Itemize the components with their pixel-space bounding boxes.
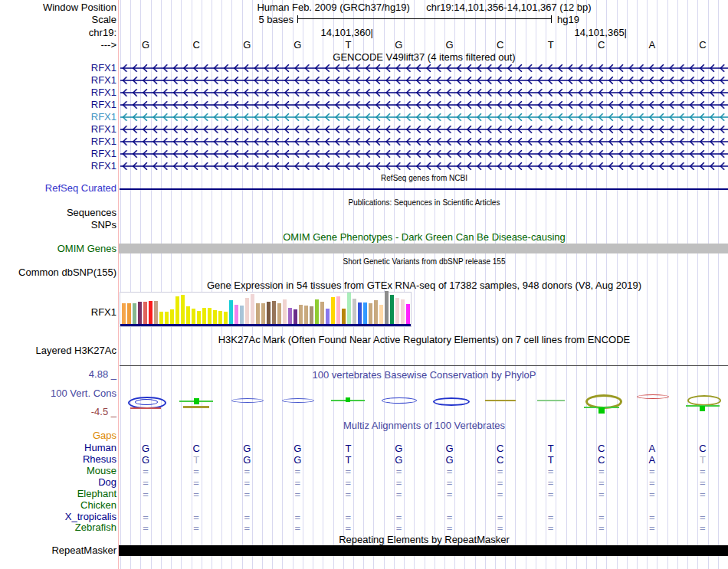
gtex-tissue-bar <box>154 301 158 324</box>
species-label[interactable]: Zebrafish <box>0 522 116 533</box>
alignment-cell: G <box>373 443 424 454</box>
transcript-row[interactable] <box>120 62 728 74</box>
species-label[interactable]: Mouse <box>0 466 116 476</box>
alignment-cell: = <box>627 512 677 523</box>
phylop-label[interactable]: 100 Vert. Cons <box>0 388 116 399</box>
conservation-mark <box>700 406 705 411</box>
scale-bar <box>297 15 552 23</box>
omim-genes-label[interactable]: OMIM Genes <box>0 244 116 254</box>
alignment-cell: = <box>475 466 526 477</box>
conservation-mark <box>194 398 199 404</box>
alignment-cell <box>677 500 728 512</box>
alignment-cell: = <box>272 522 323 534</box>
gtex-tissue-bar <box>331 297 335 324</box>
transcript-line <box>120 87 728 99</box>
gtex-expression-plot[interactable] <box>120 292 412 327</box>
species-label[interactable]: Elephant <box>0 489 116 499</box>
conservation-mark <box>598 407 605 414</box>
alignment-cell: = <box>475 477 526 489</box>
transcript-label[interactable]: RFX1 <box>0 136 116 147</box>
transcript-row[interactable] <box>120 74 728 87</box>
alignment-cell: = <box>171 512 221 523</box>
alignment-row[interactable]: ============ <box>120 466 728 477</box>
transcript-row[interactable] <box>120 148 728 160</box>
transcript-row[interactable] <box>120 160 728 172</box>
gtex-tissue-bar <box>229 300 233 324</box>
species-label[interactable]: Human <box>0 443 116 453</box>
gencode-transcripts[interactable]: RFX1RFX1RFX1RFX1RFX1RFX1RFX1RFX1RFX1 <box>0 62 728 174</box>
publications-snps-label[interactable]: SNPs <box>0 220 116 231</box>
transcript-label[interactable]: RFX1 <box>0 75 116 86</box>
transcript-row[interactable] <box>120 136 728 148</box>
dna-sequence-row[interactable]: GCGGTGGCTCAC <box>120 40 728 51</box>
dbsnp-label[interactable]: Common dbSNP(155) <box>0 267 116 278</box>
base-letter: C <box>576 40 627 51</box>
transcript-label[interactable]: RFX1 <box>0 124 116 135</box>
omim-genes-bar[interactable] <box>119 244 728 253</box>
dbsnp-track-title: Short Genetic Variants from dbSNP releas… <box>120 257 728 267</box>
transcript-label[interactable]: RFX1 <box>0 87 116 98</box>
alignment-row[interactable]: ============ <box>120 477 728 489</box>
alignment-cell <box>475 430 526 442</box>
species-label[interactable]: X_tropicalis <box>0 512 116 522</box>
transcript-label[interactable]: RFX1 <box>0 161 116 172</box>
gtex-tissue-bar <box>218 311 222 324</box>
publications-sequences-label[interactable]: Sequences <box>0 208 116 218</box>
repeatmasker-bar[interactable] <box>119 545 728 556</box>
phylop-conservation-glyphs[interactable] <box>120 392 728 418</box>
gtex-tissue-bar <box>390 295 394 324</box>
gtex-tissue-bar <box>197 311 201 324</box>
alignment-cell: = <box>424 522 474 534</box>
alignment-cell: A <box>627 454 677 466</box>
transcript-label[interactable]: RFX1 <box>0 63 116 74</box>
alignment-row[interactable] <box>120 500 728 512</box>
gtex-tissue-bar <box>363 302 367 324</box>
transcript-row[interactable] <box>120 123 728 136</box>
alignment-cell: C <box>576 454 627 466</box>
gtex-tissue-bar <box>181 295 185 324</box>
alignment-cell: = <box>677 522 728 534</box>
species-label[interactable]: Gaps <box>0 430 116 441</box>
alignment-cell: = <box>323 522 373 534</box>
alignment-cell <box>323 500 373 512</box>
alignment-cell: = <box>272 466 323 477</box>
transcript-label[interactable]: RFX1 <box>0 149 116 159</box>
h3k27ac-label[interactable]: Layered H3K27Ac <box>0 345 116 356</box>
alignment-row[interactable]: GCGGTGGCTCAC <box>120 443 728 454</box>
refseq-gene-line[interactable] <box>120 188 728 190</box>
conservation-mark <box>537 400 565 401</box>
gtex-gene-label[interactable]: RFX1 <box>0 307 116 318</box>
alignment-cell <box>627 430 677 442</box>
alignment-cell: T <box>526 443 576 454</box>
transcript-row[interactable] <box>120 111 728 123</box>
alignment-cell: T <box>526 454 576 466</box>
scale-label: Scale <box>0 15 116 25</box>
species-label[interactable]: Rhesus <box>0 454 116 465</box>
transcript-row[interactable] <box>120 99 728 111</box>
gtex-tissue-bar <box>256 303 260 324</box>
species-label[interactable]: Dog <box>0 477 116 488</box>
gtex-bars <box>122 291 412 324</box>
alignment-row[interactable]: ============ <box>120 489 728 500</box>
transcript-label[interactable]: RFX1 <box>0 112 116 123</box>
alignment-row[interactable] <box>120 430 728 442</box>
repeatmasker-label[interactable]: RepeatMasker <box>0 545 116 556</box>
alignment-cell <box>576 500 627 512</box>
alignment-row[interactable]: ============ <box>120 512 728 523</box>
alignment-row[interactable]: GTGGTGGCTCAT <box>120 454 728 466</box>
refseq-curated-label[interactable]: RefSeq Curated <box>0 183 116 194</box>
alignment-cell: = <box>323 489 373 500</box>
alignment-cell: T <box>171 454 221 466</box>
alignment-cell: = <box>221 489 272 500</box>
transcript-label[interactable]: RFX1 <box>0 100 116 110</box>
alignment-row[interactable]: ============ <box>120 522 728 534</box>
phylop-min-label: -4.5 _ <box>0 407 116 417</box>
alignment-cell: = <box>475 512 526 523</box>
gtex-tissue-bar <box>293 309 297 324</box>
alignment-cell: = <box>576 522 627 534</box>
transcript-line <box>120 62 728 74</box>
transcript-row[interactable] <box>120 87 728 99</box>
species-label[interactable]: Chicken <box>0 500 116 511</box>
alignment-cell: = <box>373 477 424 489</box>
alignment-cell: = <box>221 466 272 477</box>
